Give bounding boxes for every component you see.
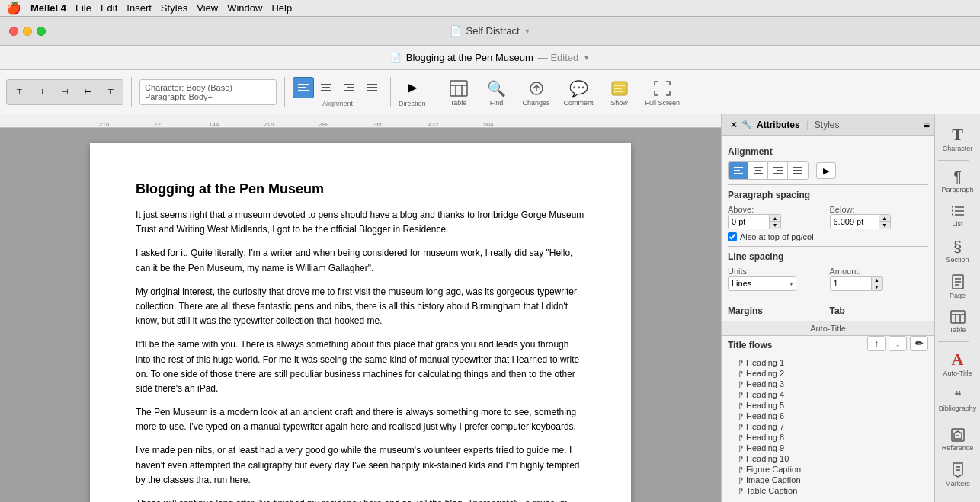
sidebar-icon-auto-title[interactable]: AAuto-Title bbox=[938, 345, 978, 382]
sidebar-icon-bibliography[interactable]: ❝Bibliography bbox=[938, 383, 978, 417]
sidebar-icon-list[interactable]: List bbox=[938, 200, 978, 232]
spacing-fields: Above: ▲ ▼ Below: bbox=[728, 205, 928, 229]
sidebar-icon-character[interactable]: TCharacter bbox=[938, 120, 978, 157]
para-align-center[interactable] bbox=[748, 162, 768, 179]
para-align-right[interactable] bbox=[768, 162, 788, 179]
find-btn[interactable]: 🔍 Find bbox=[480, 76, 514, 108]
svg-rect-10 bbox=[367, 87, 377, 88]
title-flow-item[interactable]: ⁋Figure Caption bbox=[728, 464, 928, 475]
more-options-icon[interactable]: ≡ bbox=[924, 119, 930, 131]
amount-input[interactable] bbox=[830, 276, 872, 291]
svg-rect-37 bbox=[952, 206, 953, 208]
sidebar-icon-page[interactable]: Page bbox=[938, 270, 978, 304]
doc-icon: 📄 bbox=[390, 53, 402, 63]
title-flow-item[interactable]: ⁋Heading 3 bbox=[728, 379, 928, 389]
svg-rect-21 bbox=[614, 91, 623, 92]
sidebar-icon-label: Markers bbox=[945, 480, 970, 488]
doc-area[interactable]: Blogging at the Pen Museum It just seems… bbox=[0, 128, 721, 502]
menu-file[interactable]: File bbox=[75, 2, 91, 14]
svg-rect-9 bbox=[367, 84, 377, 85]
style-display[interactable]: Character: Body (Base) Paragraph: Body+ bbox=[139, 79, 277, 105]
table-btn[interactable]: Table bbox=[442, 76, 476, 108]
flow-item-label: Heading 10 bbox=[746, 454, 789, 463]
amount-decrement[interactable]: ▼ bbox=[872, 283, 882, 290]
also-top-checkbox[interactable] bbox=[728, 232, 737, 241]
svg-rect-5 bbox=[321, 90, 331, 91]
comment-btn[interactable]: 💬 Comment bbox=[559, 76, 598, 108]
menu-view[interactable]: View bbox=[197, 2, 218, 14]
doc-paragraph: Those will continue long after I've fini… bbox=[136, 497, 585, 502]
title-flow-item[interactable]: ⁋Heading 1 bbox=[728, 357, 928, 368]
title-flow-item[interactable]: ⁋Heading 5 bbox=[728, 400, 928, 411]
above-input[interactable] bbox=[728, 214, 770, 229]
alignment-group bbox=[293, 77, 383, 98]
para-align-justify[interactable] bbox=[788, 162, 808, 179]
flow-icon: ⁋ bbox=[738, 391, 743, 399]
inspector-close-btn[interactable]: ✕ bbox=[726, 120, 741, 130]
title-flow-item[interactable]: ⁋Heading 4 bbox=[728, 389, 928, 400]
ruler-btn-5[interactable]: ⊤ bbox=[100, 82, 121, 103]
amount-label: Amount: bbox=[830, 267, 929, 276]
above-decrement[interactable]: ▼ bbox=[770, 222, 780, 229]
title-flow-item[interactable]: ⁋Heading 10 bbox=[728, 453, 928, 464]
menu-edit[interactable]: Edit bbox=[101, 2, 117, 14]
title-flow-item[interactable]: ⁋Image Caption bbox=[728, 475, 928, 485]
attributes-tab[interactable]: Attributes bbox=[757, 120, 800, 130]
attributes-icon: 🔧 bbox=[741, 120, 752, 129]
title-flow-item[interactable]: ⁋Heading 9 bbox=[728, 443, 928, 453]
minimize-button[interactable] bbox=[23, 27, 32, 36]
para-align-left[interactable] bbox=[729, 162, 748, 179]
ruler-section: ⊤ ⊥ ⊣ ⊢ ⊤ bbox=[6, 79, 123, 105]
ruler-btn-2[interactable]: ⊥ bbox=[31, 82, 53, 103]
close-button[interactable] bbox=[9, 27, 18, 36]
title-flow-item[interactable]: ⁋Heading 8 bbox=[728, 432, 928, 443]
doc-edited-status: — Edited bbox=[538, 52, 578, 63]
sidebar-icon-table[interactable]: Table bbox=[938, 305, 978, 338]
show-btn[interactable]: Show bbox=[603, 76, 636, 108]
dropdown-icon[interactable]: ▼ bbox=[524, 27, 531, 35]
title-flow-item[interactable]: ⁋Table Caption bbox=[728, 485, 928, 496]
menu-window[interactable]: Window bbox=[227, 2, 262, 14]
menu-insert[interactable]: Insert bbox=[127, 2, 152, 14]
sidebar-icon-section[interactable]: §Section bbox=[938, 234, 978, 268]
sidebar-icon-label: Character bbox=[943, 145, 973, 152]
flow-move-down[interactable]: ↓ bbox=[889, 336, 907, 351]
units-select[interactable]: Lines Points mm bbox=[728, 276, 796, 291]
styles-tab[interactable]: Styles bbox=[815, 120, 840, 130]
menu-help[interactable]: Help bbox=[271, 2, 292, 14]
title-flow-item[interactable]: ⁋Heading 6 bbox=[728, 411, 928, 421]
align-justify-btn[interactable] bbox=[361, 77, 383, 98]
sidebar-icon-reference[interactable]: Reference bbox=[938, 424, 978, 456]
flow-move-up[interactable]: ↑ bbox=[867, 336, 886, 351]
sidebar-icon-markers[interactable]: Markers bbox=[938, 458, 978, 492]
align-left-btn[interactable] bbox=[293, 77, 314, 98]
ruler-btn-1[interactable]: ⊤ bbox=[8, 82, 30, 103]
align-more-btn[interactable]: ▶ bbox=[816, 162, 836, 179]
svg-rect-33 bbox=[793, 173, 802, 174]
fullscreen-btn[interactable]: Full Screen bbox=[641, 76, 685, 108]
menu-styles[interactable]: Styles bbox=[161, 2, 187, 14]
doc-dropdown-icon[interactable]: ▼ bbox=[583, 54, 590, 62]
changes-btn[interactable]: Changes bbox=[518, 76, 555, 108]
below-increment[interactable]: ▲ bbox=[879, 215, 890, 222]
sidebar-icon-paragraph[interactable]: ¶Paragraph bbox=[938, 164, 978, 198]
title-flow-item[interactable]: ⁋Heading 7 bbox=[728, 421, 928, 432]
below-label: Below: bbox=[830, 205, 929, 214]
below-decrement[interactable]: ▼ bbox=[879, 222, 890, 229]
ruler-btn-3[interactable]: ⊣ bbox=[54, 82, 75, 103]
above-increment[interactable]: ▲ bbox=[770, 215, 780, 222]
below-field-group: Below: ▲ ▼ bbox=[830, 205, 929, 229]
align-right-btn[interactable] bbox=[338, 77, 360, 98]
direction-btn[interactable]: ▶ bbox=[402, 77, 423, 98]
app-window: 📄 Self Distract ▼ 📄 Blogging at the Pen … bbox=[0, 17, 980, 502]
amount-increment[interactable]: ▲ bbox=[872, 277, 882, 283]
below-input[interactable] bbox=[830, 214, 879, 229]
title-flow-item[interactable]: ⁋Heading 2 bbox=[728, 368, 928, 379]
svg-rect-26 bbox=[755, 170, 761, 171]
doc-paragraph: It just seems right that a museum devote… bbox=[136, 208, 585, 237]
ruler-btn-4[interactable]: ⊢ bbox=[77, 82, 98, 103]
maximize-button[interactable] bbox=[37, 27, 46, 36]
apple-menu[interactable]: 🍎 bbox=[6, 1, 21, 15]
align-center-btn[interactable] bbox=[315, 77, 337, 98]
flow-edit[interactable]: ✏ bbox=[910, 336, 928, 351]
